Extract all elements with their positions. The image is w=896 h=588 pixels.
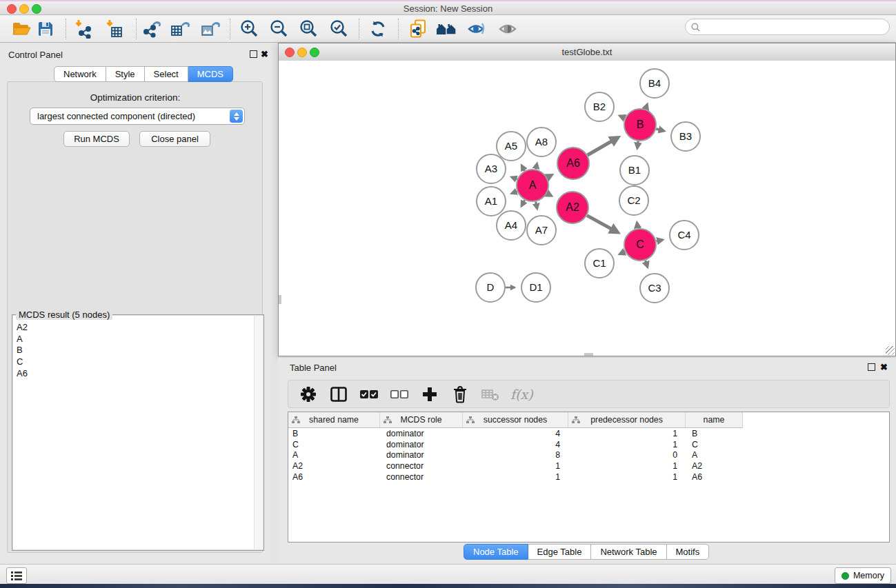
import-table-icon[interactable] [102,17,127,41]
delete-column-icon[interactable] [450,384,470,405]
tab-style[interactable]: Style [106,66,145,82]
table-row[interactable]: Cdominator41C [288,439,889,450]
tab-network[interactable]: Network [54,66,106,82]
result-item[interactable]: A2 [13,322,263,334]
graph-node-C4[interactable]: C4 [670,221,699,250]
search-input[interactable] [704,21,884,32]
graph-node-A1[interactable]: A1 [477,187,506,216]
result-item[interactable]: A [13,334,263,345]
graph-node-C[interactable]: C [624,229,656,261]
graph-node-B2[interactable]: B2 [585,92,614,121]
graph-edge-B-B1[interactable] [637,141,638,148]
network-window-titlebar[interactable]: testGlobe.txt [279,43,895,61]
result-item[interactable]: A6 [13,367,263,379]
graph-edge-A2-C[interactable] [587,216,618,233]
export-table-icon[interactable] [168,17,192,41]
result-item[interactable]: B [13,345,263,356]
graph-edge-A-A8[interactable] [536,163,537,169]
graph-node-B1[interactable]: B1 [620,156,649,185]
run-mcds-button[interactable]: Run MCDS [63,131,130,147]
graph-node-B3[interactable]: B3 [671,122,700,151]
tab-motifs[interactable]: Motifs [667,544,710,560]
zoom-in-icon[interactable] [237,17,262,41]
show-all-icon[interactable] [495,17,520,41]
float-panel-icon[interactable] [250,50,257,58]
refresh-icon[interactable] [366,17,390,41]
graph-edge-C-C2[interactable] [637,223,638,228]
memory-button[interactable]: Memory [835,567,891,584]
canvas-left-grip[interactable] [279,295,281,304]
canvas-bottom-grip[interactable] [584,353,593,356]
show-panels-button[interactable] [6,567,27,584]
column-header-successor-nodes[interactable]: successor nodes [463,412,568,428]
network-canvas[interactable]: B4B2BB3A5A8A6A3B1AA1C2A2A4A7C4CC1C3DD1 [279,61,895,356]
result-scrollbar[interactable] [254,316,263,549]
hide-columns-icon[interactable] [389,384,410,405]
graph-edge-A-A1[interactable] [512,192,517,194]
function-builder-icon[interactable]: f(x) [510,387,533,402]
criterion-select[interactable]: largest connected component (directed) [30,108,245,125]
close-panel-button[interactable]: Close panel [139,131,210,147]
graph-edge-A-A6[interactable] [547,175,552,178]
graph-edge-A-A2[interactable] [547,194,551,196]
open-file-icon[interactable] [9,17,34,41]
export-image-icon[interactable] [198,17,223,41]
graph-node-A4[interactable]: A4 [497,211,526,240]
column-header-MCDS-role[interactable]: MCDS role [380,412,463,428]
tab-edge-table[interactable]: Edge Table [528,544,592,560]
graph-node-A2[interactable]: A2 [557,192,588,223]
table-row[interactable]: Adominator80A [288,450,889,461]
graph-edge-B-B3[interactable] [656,129,664,131]
zoom-selected-icon[interactable] [327,17,352,41]
table-row[interactable]: Bdominator41B [288,428,889,439]
import-network-icon[interactable] [71,17,96,41]
hide-selected-icon[interactable] [464,17,489,41]
float-table-panel-icon[interactable] [868,363,875,371]
clone-network-icon[interactable] [406,17,430,41]
graph-edge-A-A3[interactable] [512,177,517,179]
graph-node-A3[interactable]: A3 [477,154,506,183]
tab-network-table[interactable]: Network Table [591,544,666,560]
column-header-predecessor-nodes[interactable]: predecessor nodes [568,412,686,428]
mcds-result-list[interactable]: A2ABCA6 [13,316,263,549]
column-header-name[interactable]: name [686,412,743,428]
graph-edge-B-B4[interactable] [646,105,647,110]
table-row[interactable]: A6connector11A6 [288,472,889,483]
network-graph[interactable]: B4B2BB3A5A8A6A3B1AA1C2A2A4A7C4CC1C3DD1 [279,61,895,356]
close-table-panel-icon[interactable]: ✖ [880,363,888,371]
graph-node-D1[interactable]: D1 [521,273,550,302]
graph-node-A7[interactable]: A7 [527,216,556,245]
graph-node-B4[interactable]: B4 [640,69,669,98]
graph-node-A6[interactable]: A6 [557,148,589,179]
column-header-shared-name[interactable]: shared name [288,412,380,428]
graph-edge-A-A7[interactable] [536,202,537,209]
tab-select[interactable]: Select [145,66,188,82]
graph-node-B[interactable]: B [624,109,656,141]
graph-node-A[interactable]: A [517,170,548,201]
destroy-table-icon[interactable] [480,384,501,405]
window-resize-grip[interactable] [886,346,895,355]
show-columns-icon[interactable] [359,384,379,405]
zoom-out-icon[interactable] [267,17,292,41]
graph-edge-C-C3[interactable] [646,261,648,267]
graph-node-C2[interactable]: C2 [619,186,648,215]
graph-node-C3[interactable]: C3 [640,274,669,303]
table-row[interactable]: A2connector11A2 [288,460,889,472]
first-neighbors-icon[interactable] [435,17,459,41]
zoom-fit-icon[interactable] [297,17,321,41]
graph-edge-A-A4[interactable] [521,200,525,206]
add-column-icon[interactable] [419,384,440,405]
graph-edge-A-A5[interactable] [521,165,524,171]
export-network-icon[interactable] [139,17,163,41]
tab-node-table[interactable]: Node Table [464,544,528,560]
split-view-icon[interactable] [328,384,349,405]
graph-node-D[interactable]: D [476,273,505,302]
graph-edge-B-B2[interactable] [620,116,625,118]
graph-edge-C-C1[interactable] [619,252,625,254]
graph-node-A8[interactable]: A8 [527,128,556,156]
save-session-icon[interactable] [33,17,58,41]
graph-node-C1[interactable]: C1 [585,249,614,278]
tab-mcds[interactable]: MCDS [188,66,233,82]
table-settings-icon[interactable] [298,384,319,405]
graph-edge-A6-B[interactable] [588,137,618,155]
